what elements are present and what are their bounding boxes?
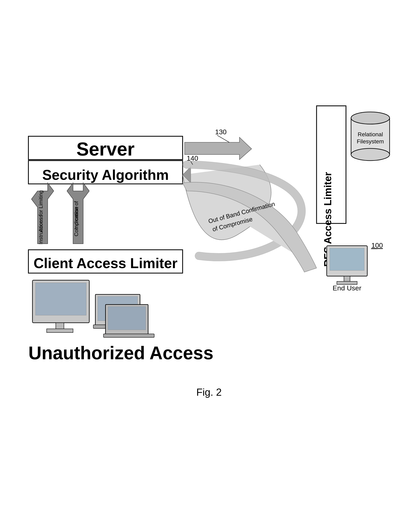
svg-text:Fig. 2: Fig. 2 <box>196 387 221 398</box>
svg-point-3 <box>351 112 390 124</box>
diagram-svg: RFS Access Limiter Relational Filesystem… <box>16 12 402 516</box>
svg-text:Security Algorithm: Security Algorithm <box>42 167 169 183</box>
svg-rect-28 <box>330 248 364 270</box>
diagram-container: RFS Access Limiter Relational Filesystem… <box>16 12 402 516</box>
svg-text:Client Access Limiter: Client Access Limiter <box>34 255 177 271</box>
svg-line-13 <box>217 135 229 142</box>
svg-text:130: 130 <box>215 128 227 136</box>
svg-text:End User: End User <box>333 284 361 292</box>
svg-rect-43 <box>103 334 154 337</box>
svg-text:100: 100 <box>371 241 383 249</box>
svg-text:Access: Access <box>38 215 44 232</box>
svg-text:Compromise: Compromise <box>73 207 79 236</box>
svg-text:Server: Server <box>76 139 135 160</box>
svg-text:Filesystem: Filesystem <box>357 138 384 144</box>
svg-text:Relational: Relational <box>358 131 383 137</box>
svg-rect-37 <box>47 329 73 332</box>
svg-point-4 <box>351 148 390 161</box>
svg-rect-42 <box>108 307 146 330</box>
svg-text:140: 140 <box>187 154 198 162</box>
svg-text:Unauthorized Access: Unauthorized Access <box>28 343 213 363</box>
svg-rect-35 <box>35 283 86 315</box>
